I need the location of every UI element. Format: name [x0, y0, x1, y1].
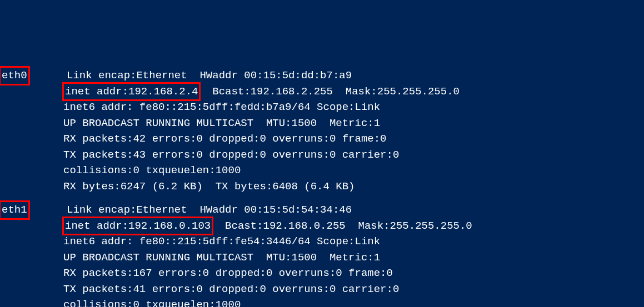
iface-line-7: collisions:0 txqueuelen:1000 [0, 297, 644, 307]
iface-flags: UP BROADCAST RUNNING MULTICAST MTU:1500 … [63, 251, 380, 264]
iface-name-highlight: eth1 [0, 200, 30, 220]
collisions: collisions:0 txqueuelen:1000 [63, 299, 241, 307]
iface-line-6: TX packets:41 errors:0 dropped:0 overrun… [0, 281, 644, 298]
iface-line-5: RX packets:42 errors:0 dropped:0 overrun… [0, 131, 644, 147]
iface-link-encap: Link encap:Ethernet HWaddr 00:15:5d:54:3… [67, 204, 352, 216]
iface-name-highlight: eth0 [0, 66, 30, 85]
inet-addr-highlight: inet addr:192.168.2.4 [62, 82, 201, 102]
bcast-mask: Bcast:192.168.2.255 Mask:255.255.255.0 [199, 85, 459, 98]
inet6-addr: inet6 addr: fe80::215:5dff:fe54:3446/64 … [63, 235, 380, 248]
collisions: collisions:0 txqueuelen:1000 [63, 164, 241, 177]
iface-line-8: RX bytes:6247 (6.2 KB) TX bytes:6408 (6.… [0, 179, 644, 195]
iface-line-6: TX packets:43 errors:0 dropped:0 overrun… [0, 147, 644, 163]
tx-packets: TX packets:41 errors:0 dropped:0 overrun… [63, 283, 399, 295]
iface-line-1: eth0 Link encap:Ethernet HWaddr 00:15:5d… [0, 68, 644, 84]
iface-line-1: eth1 Link encap:Ethernet HWaddr 00:15:5d… [0, 202, 644, 218]
interface-block-eth0: eth0 Link encap:Ethernet HWaddr 00:15:5d… [0, 68, 644, 194]
iface-line-7: collisions:0 txqueuelen:1000 [0, 163, 644, 179]
interface-block-eth1: eth1 Link encap:Ethernet HWaddr 00:15:5d… [0, 202, 644, 307]
iface-line-3: inet6 addr: fe80::215:5dff:fe54:3446/64 … [0, 234, 644, 250]
inet-addr-highlight: inet addr:192.168.0.103 [62, 217, 213, 236]
iface-name: eth1 [2, 204, 27, 216]
iface-line-5: RX packets:167 errors:0 dropped:0 overru… [0, 265, 644, 281]
tx-packets: TX packets:43 errors:0 dropped:0 overrun… [63, 149, 399, 161]
bcast-mask: Bcast:192.168.0.255 Mask:255.255.255.0 [212, 220, 472, 232]
iface-line-4: UP BROADCAST RUNNING MULTICAST MTU:1500 … [0, 115, 644, 132]
iface-link-encap: Link encap:Ethernet HWaddr 00:15:5d:dd:b… [67, 69, 352, 82]
inet-addr: inet addr:192.168.2.4 [65, 85, 198, 98]
inet-addr: inet addr:192.168.0.103 [65, 220, 211, 232]
iface-line-4: UP BROADCAST RUNNING MULTICAST MTU:1500 … [0, 250, 644, 266]
rx-tx-bytes: RX bytes:6247 (6.2 KB) TX bytes:6408 (6.… [63, 180, 355, 193]
iface-line-2: inet addr:192.168.0.103 Bcast:192.168.0.… [0, 218, 644, 234]
iface-flags: UP BROADCAST RUNNING MULTICAST MTU:1500 … [63, 117, 380, 129]
iface-line-2: inet addr:192.168.2.4 Bcast:192.168.2.25… [0, 84, 644, 100]
rx-packets: RX packets:42 errors:0 dropped:0 overrun… [63, 133, 387, 145]
rx-packets: RX packets:167 errors:0 dropped:0 overru… [63, 267, 393, 279]
inet6-addr: inet6 addr: fe80::215:5dff:fedd:b7a9/64 … [63, 101, 380, 113]
iface-line-3: inet6 addr: fe80::215:5dff:fedd:b7a9/64 … [0, 99, 644, 115]
iface-name: eth0 [2, 69, 27, 82]
